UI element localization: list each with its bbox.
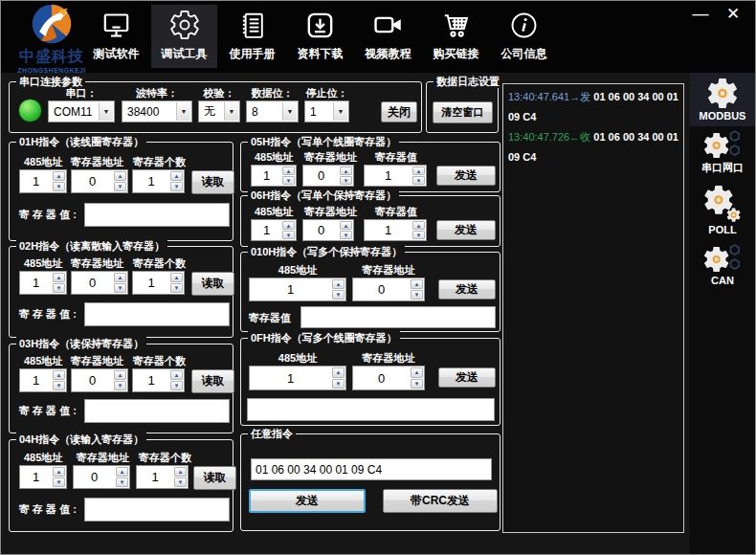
485-address-spinner[interactable]: 1 ▲▼ [19,368,67,392]
arbitrary-command-input[interactable] [251,458,492,480]
toolbar-item-debug-tools[interactable]: 调试工具 [151,5,217,68]
register-address-spinner[interactable]: 0 ▲▼ [71,368,128,392]
send-with-crc-button[interactable]: 带CRC发送 [383,489,498,513]
toolbar-item-downloads[interactable]: 资料下载 [287,5,353,68]
spinner-down-icon[interactable]: ▼ [53,283,65,293]
send-button[interactable]: 发送 [438,279,496,300]
spinner-down-icon[interactable]: ▼ [114,283,126,293]
toolbar-item-video-tutorials[interactable]: 视频教程 [355,5,421,68]
spinner-down-icon[interactable]: ▼ [340,176,352,185]
485-address-spinner[interactable]: 1 ▲▼ [251,165,297,187]
spinner-up-icon[interactable]: ▲ [411,279,423,289]
register-value-spinner[interactable]: 1 ▲▼ [364,165,427,187]
spinner-up-icon[interactable]: ▲ [282,221,295,230]
send-button[interactable]: 发送 [436,220,496,240]
register-address-spinner[interactable]: 0 ▲▼ [352,366,425,390]
parity-select[interactable]: 无 ▼ [198,100,240,122]
spinner-up-icon[interactable]: ▲ [114,273,126,282]
spinner-down-icon[interactable]: ▼ [340,231,352,239]
chevron-down-icon[interactable]: ▼ [333,102,347,121]
register-count-spinner[interactable]: 1 ▲▼ [136,465,189,489]
send-button[interactable]: 发送 [438,367,496,388]
485-address-spinner[interactable]: 1 ▲▼ [249,278,346,301]
485-address-spinner[interactable]: 1 ▲▼ [19,465,67,489]
spinner-up-icon[interactable]: ▲ [332,367,345,378]
register-value-input[interactable] [84,302,230,326]
register-address-spinner[interactable]: 0 ▲▼ [302,165,354,187]
spinner-down-icon[interactable]: ▼ [53,381,65,390]
register-address-spinner[interactable]: 0 ▲▼ [302,219,354,241]
spinner-up-icon[interactable]: ▲ [332,279,345,289]
485-address-spinner[interactable]: 1 ▲▼ [249,366,346,390]
register-count-spinner[interactable]: 1 ▲▼ [132,368,185,392]
register-value-input[interactable] [84,203,230,227]
spinner-up-icon[interactable]: ▲ [282,166,295,175]
spinner-down-icon[interactable]: ▼ [114,381,126,390]
register-address-spinner[interactable]: 0 ▲▼ [71,169,128,193]
spinner-down-icon[interactable]: ▼ [411,379,423,389]
spinner-down-icon[interactable]: ▼ [411,290,423,300]
data-log-panel[interactable]: 13:40:47.641→发 01 06 00 34 00 01 09 C4 1… [502,83,684,533]
485-address-spinner[interactable]: 1 ▲▼ [19,271,67,295]
485-address-spinner[interactable]: 1 ▲▼ [19,169,67,193]
sidebar-item-poll[interactable]: POLL [690,180,755,240]
spinner-down-icon[interactable]: ▼ [412,231,425,239]
spinner-up-icon[interactable]: ▲ [412,221,425,230]
spinner-down-icon[interactable]: ▼ [174,477,187,487]
baud-select[interactable]: 38400 ▼ [122,100,192,122]
spinner-up-icon[interactable]: ▲ [53,467,65,477]
spinner-up-icon[interactable]: ▲ [114,171,126,181]
spinner-down-icon[interactable]: ▼ [116,477,128,487]
register-value-input[interactable] [84,399,230,423]
spinner-up-icon[interactable]: ▲ [170,171,183,181]
spinner-down-icon[interactable]: ▼ [53,477,65,487]
chevron-down-icon[interactable]: ▼ [176,102,190,121]
chevron-down-icon[interactable]: ▼ [224,102,238,121]
spinner-up-icon[interactable]: ▲ [53,273,65,282]
spinner-down-icon[interactable]: ▼ [282,176,295,185]
coil-values-input[interactable] [247,398,495,421]
send-button[interactable]: 发送 [436,166,496,186]
port-select[interactable]: COM11 ▼ [48,100,115,122]
spinner-up-icon[interactable]: ▲ [116,467,128,477]
spinner-down-icon[interactable]: ▼ [114,182,126,191]
minimize-button[interactable]: — [690,3,711,26]
spinner-down-icon[interactable]: ▼ [282,231,295,239]
register-value-input[interactable] [84,498,230,522]
read-button[interactable]: 读取 [191,272,234,296]
stopbits-select[interactable]: 1 ▼ [304,100,349,122]
read-button[interactable]: 读取 [191,369,234,393]
spinner-up-icon[interactable]: ▲ [53,171,65,181]
register-values-input[interactable] [300,306,496,328]
databits-select[interactable]: 8 ▼ [246,100,299,122]
register-address-spinner[interactable]: 0 ▲▼ [73,465,130,489]
toolbar-item-company-info[interactable]: 公司信息 [491,5,557,68]
send-button[interactable]: 发送 [249,489,366,513]
spinner-up-icon[interactable]: ▲ [170,273,183,282]
chevron-down-icon[interactable]: ▼ [99,102,113,121]
spinner-down-icon[interactable]: ▼ [412,176,425,185]
485-address-spinner[interactable]: 1 ▲▼ [251,219,297,241]
clear-window-button[interactable]: 清空窗口 [433,101,493,123]
sidebar-item-modbus[interactable]: MODBUS [690,73,755,126]
read-button[interactable]: 读取 [193,466,236,490]
toolbar-item-purchase-link[interactable]: 购买链接 [423,5,489,68]
toolbar-item-test-software[interactable]: 测试软件 [83,5,149,68]
register-value-spinner[interactable]: 1 ▲▼ [364,219,427,241]
spinner-up-icon[interactable]: ▲ [53,370,65,380]
spinner-up-icon[interactable]: ▲ [114,370,126,380]
register-count-spinner[interactable]: 1 ▲▼ [132,271,185,295]
spinner-up-icon[interactable]: ▲ [170,370,183,380]
spinner-up-icon[interactable]: ▲ [411,367,423,378]
sidebar-item-serial-ethernet[interactable]: 串口网口 [690,126,755,180]
register-address-spinner[interactable]: 0 ▲▼ [71,271,128,295]
spinner-down-icon[interactable]: ▼ [170,381,183,390]
toolbar-item-user-manual[interactable]: 使用手册 [219,5,285,68]
spinner-down-icon[interactable]: ▼ [53,182,65,191]
read-button[interactable]: 读取 [191,170,234,194]
spinner-up-icon[interactable]: ▲ [174,467,187,477]
chevron-down-icon[interactable]: ▼ [282,102,297,121]
register-address-spinner[interactable]: 0 ▲▼ [352,278,425,301]
spinner-down-icon[interactable]: ▼ [170,283,183,293]
spinner-down-icon[interactable]: ▼ [332,379,345,389]
